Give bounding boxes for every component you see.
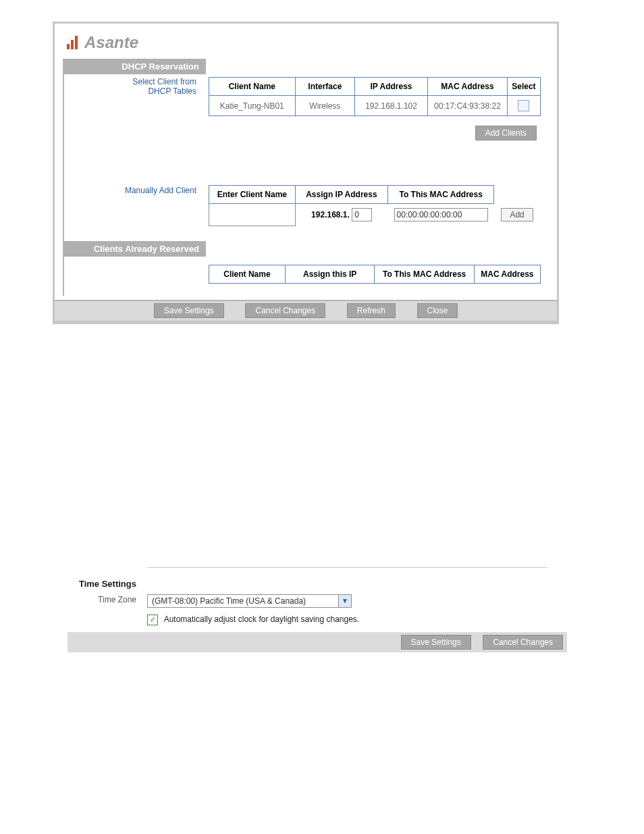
- cell-ip: 192.168.1.102: [355, 96, 428, 116]
- cell-client-name: Katie_Tung-NB01: [209, 96, 296, 116]
- time-settings-panel: Time Settings Time Zone ▼ ✓ Automaticall…: [68, 567, 567, 652]
- svg-rect-0: [67, 44, 70, 49]
- time-button-bar: Save Settings Cancel Changes: [68, 632, 567, 652]
- col-enter-name: Enter Client Name: [209, 186, 296, 204]
- time-cancel-button[interactable]: Cancel Changes: [483, 635, 563, 650]
- time-zone-label: Time Zone: [98, 595, 136, 604]
- section-title-dhcp: DHCP Reservation: [64, 59, 206, 74]
- time-save-button[interactable]: Save Settings: [401, 635, 471, 650]
- cancel-changes-button[interactable]: Cancel Changes: [245, 303, 325, 318]
- manual-add-table: Enter Client Name Assign IP Address To T…: [209, 185, 541, 226]
- manual-add-row: 192.168.1. Add: [209, 204, 541, 226]
- select-client-checkbox[interactable]: [518, 100, 529, 111]
- reserved-clients-table: Client Name Assign this IP To This MAC A…: [209, 265, 541, 284]
- col-to-mac: To This MAC Address: [388, 186, 494, 204]
- cell-interface: Wireless: [295, 96, 354, 116]
- ip-prefix: 192.168.1.: [311, 210, 350, 219]
- manual-add-label: Manually Add Client: [125, 186, 196, 195]
- time-zone-select[interactable]: ▼: [147, 594, 352, 608]
- chevron-down-icon[interactable]: ▼: [338, 595, 351, 607]
- brand-text: Asante: [84, 33, 138, 52]
- r-col-mac2: MAC Address: [474, 265, 540, 283]
- col-client-name: Client Name: [209, 78, 296, 96]
- mac-address-input[interactable]: [394, 208, 488, 221]
- section-title-reserved: Clients Already Reserved: [64, 241, 206, 257]
- graph-icon: [67, 36, 82, 49]
- brand-logo: Asante: [67, 33, 545, 52]
- save-settings-button[interactable]: Save Settings: [154, 303, 224, 318]
- close-button[interactable]: Close: [417, 303, 458, 318]
- ip-last-octet-input[interactable]: [352, 208, 372, 221]
- time-settings-heading: Time Settings: [79, 579, 136, 589]
- refresh-button[interactable]: Refresh: [347, 303, 396, 318]
- table-row: Katie_Tung-NB01 Wireless 192.168.1.102 0…: [209, 96, 541, 116]
- select-client-label-2: DHCP Tables: [68, 86, 196, 96]
- dst-checkbox[interactable]: ✓: [147, 615, 158, 625]
- col-interface: Interface: [295, 78, 354, 96]
- select-client-label-1: Select Client from: [68, 77, 196, 86]
- col-select: Select: [507, 78, 540, 96]
- time-zone-value[interactable]: [148, 595, 338, 607]
- add-clients-button[interactable]: Add Clients: [475, 126, 537, 140]
- client-name-input[interactable]: [211, 209, 294, 221]
- r-col-mac: To This MAC Address: [375, 265, 474, 283]
- col-assign-ip: Assign IP Address: [295, 186, 387, 204]
- r-col-assign: Assign this IP: [285, 265, 375, 283]
- add-button[interactable]: Add: [501, 208, 533, 221]
- dst-label: Automatically adjust clock for daylight …: [164, 615, 359, 624]
- svg-rect-2: [75, 36, 78, 49]
- dhcp-button-bar: Save Settings Cancel Changes Refresh Clo…: [55, 300, 557, 322]
- divider: [147, 567, 547, 568]
- dhcp-clients-table: Client Name Interface IP Address MAC Add…: [209, 77, 541, 116]
- col-ip: IP Address: [355, 78, 428, 96]
- dhcp-reservation-window: Asante DHCP Reservation Select Client fr…: [53, 22, 559, 324]
- col-mac: MAC Address: [428, 78, 508, 96]
- cell-mac: 00:17:C4:93:38:22: [428, 96, 508, 116]
- svg-rect-1: [71, 40, 74, 49]
- r-col-client: Client Name: [209, 265, 286, 283]
